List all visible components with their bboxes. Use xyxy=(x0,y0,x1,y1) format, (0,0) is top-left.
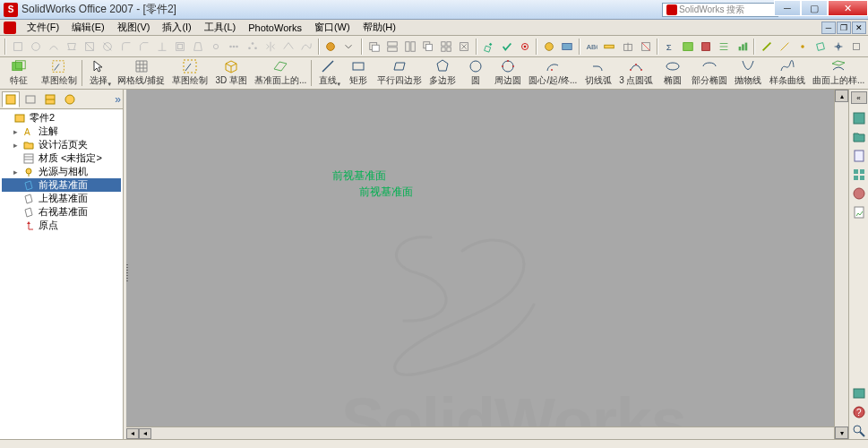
menu-tools[interactable]: 工具(L) xyxy=(199,20,241,35)
fm-expand-button[interactable]: » xyxy=(115,93,121,106)
graphics-viewport[interactable]: 前视基准面 前视基准面 SolidWorks ◂ ◂ xyxy=(124,90,834,439)
cmd-partial-ellipse[interactable]: 部分椭圆 xyxy=(688,57,731,89)
feature-tree[interactable]: 零件2 ▸ A 注解 ▸ 设计活页夹 材质 <未指定> ▸ 光源与相机 xyxy=(0,109,123,439)
viewport-hscrollbar[interactable]: ◂ ◂ xyxy=(126,426,834,439)
tool-shell-icon[interactable] xyxy=(171,38,188,56)
tool-pattern-linear-icon[interactable] xyxy=(226,38,243,56)
tool-revolve-icon[interactable] xyxy=(27,38,44,56)
tool-statistics-icon[interactable] xyxy=(734,38,751,56)
tool-tile-horiz-icon[interactable] xyxy=(383,38,400,56)
cmd-rect[interactable]: 矩形 xyxy=(343,57,374,89)
cmd-gridsnap[interactable]: 网格线/捕捉 xyxy=(114,57,168,89)
tool-spell-icon[interactable]: ABC xyxy=(583,38,600,56)
tool-cut-revolve-icon[interactable] xyxy=(99,38,116,56)
menu-window[interactable]: 窗口(W) xyxy=(309,20,356,35)
tool-axis-icon[interactable] xyxy=(758,38,775,56)
tool-dropdown-icon[interactable] xyxy=(340,38,357,56)
tool-cut-extrude-icon[interactable] xyxy=(82,38,99,56)
cmd-select[interactable]: 选择▼ xyxy=(83,57,114,89)
tp-view-palette-icon[interactable] xyxy=(851,167,867,183)
close-button[interactable]: ✕ xyxy=(828,0,868,16)
cmd-sketch[interactable]: 草图绘制 xyxy=(38,57,81,89)
tree-root[interactable]: 零件2 xyxy=(2,111,121,125)
tool-chamfer-icon[interactable] xyxy=(135,38,152,56)
tree-material[interactable]: 材质 <未指定> xyxy=(2,151,121,165)
tool-refgeom-icon[interactable] xyxy=(279,38,296,56)
menu-help[interactable]: 帮助(H) xyxy=(357,20,401,35)
tool-options-icon[interactable] xyxy=(516,38,533,56)
cmd-baseplane[interactable]: 基准面上的... xyxy=(251,57,310,89)
cmd-arc-tangent[interactable]: 切线弧 xyxy=(580,57,615,89)
tree-top-plane[interactable]: 上视基准面 xyxy=(2,192,121,205)
tp-appearances-icon[interactable] xyxy=(851,185,867,202)
tool-draft-icon[interactable] xyxy=(190,38,207,56)
tool-config-icon[interactable] xyxy=(716,38,733,56)
expand-icon[interactable]: ▸ xyxy=(11,127,21,136)
tool-extrude-icon[interactable] xyxy=(9,38,26,56)
fm-tab-property[interactable] xyxy=(21,91,39,108)
menu-insert[interactable]: 插入(I) xyxy=(157,20,196,35)
menu-file[interactable]: 文件(F) xyxy=(21,20,64,35)
search-box[interactable] xyxy=(662,3,778,17)
tool-cascade-icon[interactable] xyxy=(419,38,436,56)
scroll-left-button[interactable]: ◂ xyxy=(126,428,139,439)
tool-pattern-circular-icon[interactable] xyxy=(244,38,261,56)
tool-design-table-icon[interactable] xyxy=(679,38,696,56)
tool-new-window-icon[interactable] xyxy=(365,38,382,56)
tool-mate-ref-icon[interactable] xyxy=(848,38,865,56)
tool-curves-icon[interactable] xyxy=(298,38,315,56)
minimize-button[interactable]: ─ xyxy=(774,0,801,16)
tool-mirror-icon[interactable] xyxy=(262,38,279,56)
cmd-sketch3d[interactable]: 3D 草图 xyxy=(211,57,251,89)
cmd-parallelogram[interactable]: 平行四边形 xyxy=(374,57,425,89)
tp-design-library-icon[interactable] xyxy=(851,129,867,145)
tool-plane-icon[interactable] xyxy=(812,38,829,56)
tree-annotations[interactable]: ▸ A 注解 xyxy=(2,125,121,138)
cmd-spline-surface[interactable]: 曲面上的样... xyxy=(809,57,868,89)
cmd-arc-center[interactable]: 圆心/起/终... xyxy=(526,57,581,89)
menu-edit[interactable]: 编辑(E) xyxy=(66,20,110,35)
doc-restore-button[interactable]: ❐ xyxy=(837,22,851,34)
doc-close-button[interactable]: ✕ xyxy=(852,22,866,34)
viewport-vscrollbar[interactable]: ▴ ▾ xyxy=(834,90,848,439)
tool-hole-icon[interactable] xyxy=(208,38,225,56)
scroll-down-button[interactable]: ▾ xyxy=(835,426,848,439)
fm-tab-render[interactable] xyxy=(61,91,79,108)
cmd-parabola[interactable]: 抛物线 xyxy=(731,57,766,89)
tool-edit-sketch-icon[interactable] xyxy=(480,38,497,56)
tp-doc-recovery-icon[interactable] xyxy=(851,204,867,220)
cmd-circle[interactable]: 圆 xyxy=(460,57,491,89)
tool-appearance-icon[interactable] xyxy=(540,38,557,56)
tool-sweep-icon[interactable] xyxy=(45,38,62,56)
tree-front-plane[interactable]: 前视基准面 xyxy=(2,178,121,192)
tool-equation-icon[interactable]: Σ xyxy=(661,38,678,56)
tool-fillet-icon[interactable] xyxy=(117,38,134,56)
tool-point-icon[interactable] xyxy=(794,38,811,56)
cmd-line[interactable]: 直线▼ xyxy=(313,57,343,89)
doc-minimize-button[interactable]: ─ xyxy=(821,22,836,34)
tool-scene-icon[interactable] xyxy=(559,38,576,56)
tp-search-icon[interactable] xyxy=(851,423,867,439)
tool-check-icon[interactable] xyxy=(498,38,515,56)
tool-line-icon[interactable] xyxy=(776,38,793,56)
tool-section-props-icon[interactable] xyxy=(637,38,654,56)
menu-photoworks[interactable]: PhotoWorks xyxy=(243,22,307,34)
tool-tile-vert-icon[interactable] xyxy=(401,38,418,56)
expand-icon[interactable]: ▸ xyxy=(11,141,21,150)
tool-photoworks-icon[interactable] xyxy=(322,38,339,56)
splitter-handle[interactable] xyxy=(125,264,128,282)
cmd-polygon[interactable]: 多边形 xyxy=(425,57,460,89)
cmd-ellipse[interactable]: 椭圆 xyxy=(657,57,688,89)
tool-measure-icon[interactable] xyxy=(601,38,618,56)
cmd-perimeter-circle[interactable]: 周边圆 xyxy=(491,57,526,89)
tool-arrange-icon[interactable] xyxy=(438,38,455,56)
tree-right-plane[interactable]: 右视基准面 xyxy=(2,205,121,219)
cmd-arc-3pt[interactable]: 3 点圆弧 xyxy=(615,57,657,89)
tree-design-binder[interactable]: ▸ 设计活页夹 xyxy=(2,138,121,151)
tree-origin[interactable]: 原点 xyxy=(2,219,121,232)
vscroll-track[interactable] xyxy=(835,102,848,426)
taskpane-toggle[interactable]: « xyxy=(851,91,867,104)
cmd-sketch2[interactable]: 草图绘制 xyxy=(168,57,211,89)
tree-lights[interactable]: ▸ 光源与相机 xyxy=(2,165,121,178)
tp-file-explorer-icon[interactable] xyxy=(851,148,867,164)
